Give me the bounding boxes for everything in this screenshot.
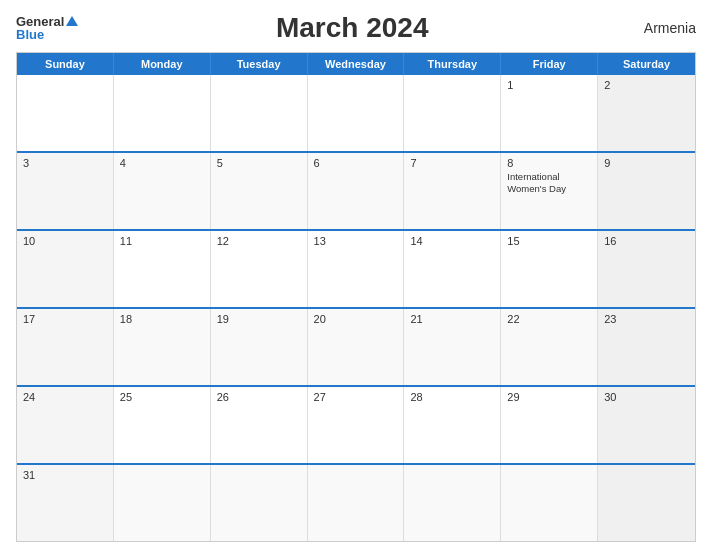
week-row-3: 10111213141516 xyxy=(17,229,695,307)
day-number: 27 xyxy=(314,391,398,403)
day-number: 19 xyxy=(217,313,301,325)
day-number: 26 xyxy=(217,391,301,403)
logo: General Blue xyxy=(16,15,78,41)
day-cell-1-6: 1 xyxy=(501,75,598,151)
day-cell-3-7: 16 xyxy=(598,231,695,307)
day-cell-5-2: 25 xyxy=(114,387,211,463)
day-cell-4-3: 19 xyxy=(211,309,308,385)
day-cell-5-5: 28 xyxy=(404,387,501,463)
day-cell-6-1: 31 xyxy=(17,465,114,541)
day-cell-5-6: 29 xyxy=(501,387,598,463)
day-cell-2-5: 7 xyxy=(404,153,501,229)
day-number: 2 xyxy=(604,79,689,91)
day-cell-3-4: 13 xyxy=(308,231,405,307)
header-monday: Monday xyxy=(114,53,211,75)
header-tuesday: Tuesday xyxy=(211,53,308,75)
day-number: 22 xyxy=(507,313,591,325)
day-cell-1-5 xyxy=(404,75,501,151)
day-number: 24 xyxy=(23,391,107,403)
day-cell-4-4: 20 xyxy=(308,309,405,385)
day-number: 23 xyxy=(604,313,689,325)
calendar-page: General Blue March 2024 Armenia Sunday M… xyxy=(0,0,712,550)
day-cell-5-4: 27 xyxy=(308,387,405,463)
day-cell-4-7: 23 xyxy=(598,309,695,385)
day-cell-1-2 xyxy=(114,75,211,151)
day-number: 29 xyxy=(507,391,591,403)
week-row-1: 12 xyxy=(17,75,695,151)
day-number: 3 xyxy=(23,157,107,169)
day-number: 10 xyxy=(23,235,107,247)
day-cell-3-1: 10 xyxy=(17,231,114,307)
day-number: 17 xyxy=(23,313,107,325)
day-cell-2-7: 9 xyxy=(598,153,695,229)
day-event: International Women's Day xyxy=(507,171,591,196)
week-row-2: 345678International Women's Day9 xyxy=(17,151,695,229)
country-label: Armenia xyxy=(626,20,696,36)
day-cell-6-3 xyxy=(211,465,308,541)
day-number: 9 xyxy=(604,157,689,169)
day-number: 13 xyxy=(314,235,398,247)
day-number: 8 xyxy=(507,157,591,169)
weeks-container: 12345678International Women's Day9101112… xyxy=(17,75,695,541)
day-cell-2-2: 4 xyxy=(114,153,211,229)
day-cell-1-3 xyxy=(211,75,308,151)
day-cell-3-3: 12 xyxy=(211,231,308,307)
day-number: 1 xyxy=(507,79,591,91)
days-header: Sunday Monday Tuesday Wednesday Thursday… xyxy=(17,53,695,75)
day-number: 30 xyxy=(604,391,689,403)
day-number: 4 xyxy=(120,157,204,169)
day-number: 28 xyxy=(410,391,494,403)
day-cell-2-3: 5 xyxy=(211,153,308,229)
day-cell-6-2 xyxy=(114,465,211,541)
day-number: 5 xyxy=(217,157,301,169)
day-cell-5-3: 26 xyxy=(211,387,308,463)
day-number: 18 xyxy=(120,313,204,325)
day-cell-2-6: 8International Women's Day xyxy=(501,153,598,229)
day-number: 6 xyxy=(314,157,398,169)
day-cell-2-4: 6 xyxy=(308,153,405,229)
header-saturday: Saturday xyxy=(598,53,695,75)
day-cell-4-2: 18 xyxy=(114,309,211,385)
week-row-4: 17181920212223 xyxy=(17,307,695,385)
day-cell-1-4 xyxy=(308,75,405,151)
header-thursday: Thursday xyxy=(404,53,501,75)
logo-blue: Blue xyxy=(16,28,44,41)
day-number: 11 xyxy=(120,235,204,247)
week-row-5: 24252627282930 xyxy=(17,385,695,463)
day-number: 12 xyxy=(217,235,301,247)
day-number: 31 xyxy=(23,469,107,481)
header: General Blue March 2024 Armenia xyxy=(16,12,696,44)
header-friday: Friday xyxy=(501,53,598,75)
day-cell-3-5: 14 xyxy=(404,231,501,307)
logo-triangle-icon xyxy=(66,16,78,26)
day-number: 15 xyxy=(507,235,591,247)
day-cell-4-1: 17 xyxy=(17,309,114,385)
header-wednesday: Wednesday xyxy=(308,53,405,75)
day-cell-5-1: 24 xyxy=(17,387,114,463)
day-number: 20 xyxy=(314,313,398,325)
day-cell-2-1: 3 xyxy=(17,153,114,229)
day-cell-6-4 xyxy=(308,465,405,541)
header-sunday: Sunday xyxy=(17,53,114,75)
day-cell-6-5 xyxy=(404,465,501,541)
day-number: 21 xyxy=(410,313,494,325)
day-number: 16 xyxy=(604,235,689,247)
day-cell-3-2: 11 xyxy=(114,231,211,307)
week-row-6: 31 xyxy=(17,463,695,541)
day-number: 25 xyxy=(120,391,204,403)
day-cell-5-7: 30 xyxy=(598,387,695,463)
day-number: 14 xyxy=(410,235,494,247)
day-cell-6-6 xyxy=(501,465,598,541)
day-cell-1-1 xyxy=(17,75,114,151)
day-cell-1-7: 2 xyxy=(598,75,695,151)
day-cell-6-7 xyxy=(598,465,695,541)
calendar-grid: Sunday Monday Tuesday Wednesday Thursday… xyxy=(16,52,696,542)
day-cell-3-6: 15 xyxy=(501,231,598,307)
day-number: 7 xyxy=(410,157,494,169)
day-cell-4-6: 22 xyxy=(501,309,598,385)
calendar-title: March 2024 xyxy=(78,12,626,44)
day-cell-4-5: 21 xyxy=(404,309,501,385)
